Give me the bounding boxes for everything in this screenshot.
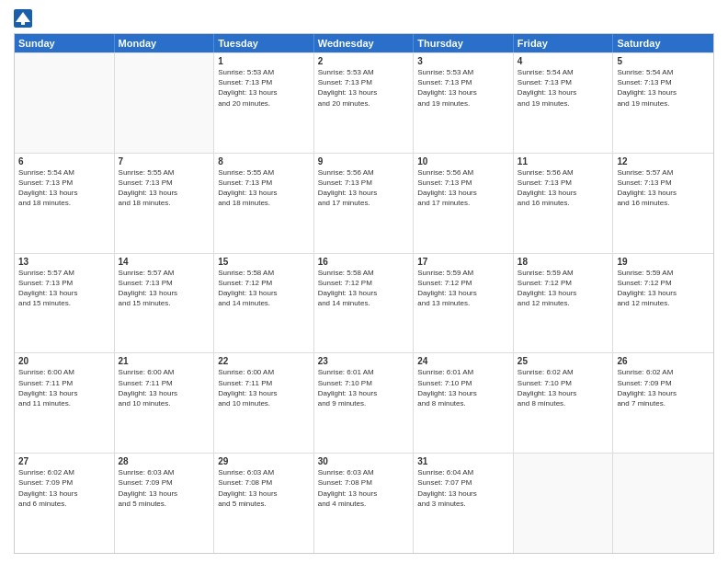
calendar-cell: 25Sunrise: 6:02 AM Sunset: 7:10 PM Dayli… [514,353,614,453]
day-info: Sunrise: 6:03 AM Sunset: 7:09 PM Dayligh… [119,467,210,509]
calendar-header: SundayMondayTuesdayWednesdayThursdayFrid… [15,34,713,52]
calendar-cell [514,454,614,553]
calendar-cell: 29Sunrise: 6:03 AM Sunset: 7:08 PM Dayli… [214,454,314,553]
day-info: Sunrise: 5:53 AM Sunset: 7:13 PM Dayligh… [318,67,410,109]
calendar-cell: 11Sunrise: 5:56 AM Sunset: 7:13 PM Dayli… [514,154,614,253]
day-number: 30 [318,456,410,466]
calendar-cell: 24Sunrise: 6:01 AM Sunset: 7:10 PM Dayli… [414,353,514,453]
day-number: 6 [18,156,110,167]
day-number: 25 [518,356,609,366]
day-info: Sunrise: 5:55 AM Sunset: 7:13 PM Dayligh… [119,167,210,209]
day-info: Sunrise: 5:56 AM Sunset: 7:13 PM Dayligh… [318,167,410,209]
day-number: 14 [119,257,210,267]
day-number: 21 [119,356,210,366]
svg-rect-2 [21,18,25,25]
calendar-row: 13Sunrise: 5:57 AM Sunset: 7:13 PM Dayli… [15,253,713,353]
day-info: Sunrise: 5:53 AM Sunset: 7:13 PM Dayligh… [417,67,509,109]
day-number: 4 [518,56,609,66]
calendar-cell [613,454,713,553]
calendar-cell: 4Sunrise: 5:54 AM Sunset: 7:13 PM Daylig… [514,53,614,153]
day-info: Sunrise: 5:58 AM Sunset: 7:12 PM Dayligh… [218,268,310,309]
weekday-header: Tuesday [214,34,314,52]
calendar-cell: 15Sunrise: 5:58 AM Sunset: 7:12 PM Dayli… [214,254,314,353]
calendar-cell: 8Sunrise: 5:55 AM Sunset: 7:13 PM Daylig… [214,154,314,253]
day-number: 12 [617,156,710,167]
calendar-row: 6Sunrise: 5:54 AM Sunset: 7:13 PM Daylig… [15,153,713,253]
day-info: Sunrise: 6:01 AM Sunset: 7:10 PM Dayligh… [318,367,410,408]
day-number: 24 [417,356,509,366]
calendar-cell [15,53,115,153]
calendar-cell: 30Sunrise: 6:03 AM Sunset: 7:08 PM Dayli… [314,454,415,553]
calendar-cell: 26Sunrise: 6:02 AM Sunset: 7:09 PM Dayli… [613,353,713,453]
day-number: 31 [417,456,509,466]
day-number: 3 [417,56,509,66]
day-info: Sunrise: 6:00 AM Sunset: 7:11 PM Dayligh… [218,367,310,408]
day-info: Sunrise: 6:02 AM Sunset: 7:09 PM Dayligh… [18,467,110,509]
day-info: Sunrise: 6:01 AM Sunset: 7:10 PM Dayligh… [417,367,509,408]
calendar-cell: 31Sunrise: 6:04 AM Sunset: 7:07 PM Dayli… [414,454,514,553]
logo [14,9,34,28]
day-number: 17 [417,257,509,267]
day-number: 29 [218,456,310,466]
calendar-page: SundayMondayTuesdayWednesdayThursdayFrid… [0,0,728,563]
calendar-cell: 23Sunrise: 6:01 AM Sunset: 7:10 PM Dayli… [314,353,415,453]
day-info: Sunrise: 6:03 AM Sunset: 7:08 PM Dayligh… [318,467,410,509]
calendar-cell: 12Sunrise: 5:57 AM Sunset: 7:13 PM Dayli… [613,154,713,253]
day-info: Sunrise: 5:55 AM Sunset: 7:13 PM Dayligh… [218,167,310,209]
calendar-cell: 27Sunrise: 6:02 AM Sunset: 7:09 PM Dayli… [15,454,115,553]
day-number: 9 [318,156,410,167]
day-info: Sunrise: 5:59 AM Sunset: 7:12 PM Dayligh… [417,268,509,309]
calendar-cell: 19Sunrise: 5:59 AM Sunset: 7:12 PM Dayli… [613,254,713,353]
calendar-cell: 1Sunrise: 5:53 AM Sunset: 7:13 PM Daylig… [214,53,314,153]
calendar-cell: 6Sunrise: 5:54 AM Sunset: 7:13 PM Daylig… [15,154,115,253]
weekday-header: Friday [514,34,614,52]
calendar-cell: 9Sunrise: 5:56 AM Sunset: 7:13 PM Daylig… [314,154,415,253]
calendar-cell: 13Sunrise: 5:57 AM Sunset: 7:13 PM Dayli… [15,254,115,353]
weekday-header: Sunday [15,34,115,52]
day-number: 20 [18,356,110,366]
day-number: 2 [318,56,410,66]
day-info: Sunrise: 6:02 AM Sunset: 7:10 PM Dayligh… [518,367,609,408]
calendar-row: 20Sunrise: 6:00 AM Sunset: 7:11 PM Dayli… [15,352,713,453]
day-info: Sunrise: 6:00 AM Sunset: 7:11 PM Dayligh… [18,367,110,408]
calendar-cell: 20Sunrise: 6:00 AM Sunset: 7:11 PM Dayli… [15,353,115,453]
calendar-cell: 14Sunrise: 5:57 AM Sunset: 7:13 PM Dayli… [115,254,215,353]
calendar-cell: 5Sunrise: 5:54 AM Sunset: 7:13 PM Daylig… [613,53,713,153]
day-info: Sunrise: 5:57 AM Sunset: 7:13 PM Dayligh… [18,268,110,309]
day-number: 22 [218,356,310,366]
day-info: Sunrise: 5:57 AM Sunset: 7:13 PM Dayligh… [617,167,710,209]
day-number: 8 [218,156,310,167]
day-info: Sunrise: 5:59 AM Sunset: 7:12 PM Dayligh… [518,268,609,309]
calendar-cell: 16Sunrise: 5:58 AM Sunset: 7:12 PM Dayli… [314,254,415,353]
day-info: Sunrise: 5:58 AM Sunset: 7:12 PM Dayligh… [318,268,410,309]
day-info: Sunrise: 5:57 AM Sunset: 7:13 PM Dayligh… [119,268,210,309]
calendar-row: 1Sunrise: 5:53 AM Sunset: 7:13 PM Daylig… [15,52,713,153]
day-number: 1 [218,56,310,66]
day-info: Sunrise: 5:54 AM Sunset: 7:13 PM Dayligh… [18,167,110,209]
day-info: Sunrise: 5:59 AM Sunset: 7:12 PM Dayligh… [617,268,710,309]
calendar-cell [115,53,215,153]
day-number: 28 [119,456,210,466]
page-header [14,9,714,28]
calendar-cell: 21Sunrise: 6:00 AM Sunset: 7:11 PM Dayli… [115,353,215,453]
calendar-row: 27Sunrise: 6:02 AM Sunset: 7:09 PM Dayli… [15,453,713,553]
day-info: Sunrise: 5:54 AM Sunset: 7:13 PM Dayligh… [518,67,609,109]
day-number: 13 [18,257,110,267]
day-info: Sunrise: 6:02 AM Sunset: 7:09 PM Dayligh… [617,367,710,408]
day-number: 23 [318,356,410,366]
calendar-cell: 28Sunrise: 6:03 AM Sunset: 7:09 PM Dayli… [115,454,215,553]
day-info: Sunrise: 5:56 AM Sunset: 7:13 PM Dayligh… [417,167,509,209]
logo-icon [14,9,32,28]
calendar-cell: 3Sunrise: 5:53 AM Sunset: 7:13 PM Daylig… [414,53,514,153]
calendar-cell: 2Sunrise: 5:53 AM Sunset: 7:13 PM Daylig… [314,53,415,153]
day-number: 11 [518,156,609,167]
weekday-header: Monday [115,34,215,52]
day-number: 19 [617,257,710,267]
calendar-cell: 17Sunrise: 5:59 AM Sunset: 7:12 PM Dayli… [414,254,514,353]
weekday-header: Thursday [414,34,514,52]
day-number: 18 [518,257,609,267]
weekday-header: Wednesday [314,34,415,52]
calendar: SundayMondayTuesdayWednesdayThursdayFrid… [14,33,714,554]
calendar-cell: 7Sunrise: 5:55 AM Sunset: 7:13 PM Daylig… [115,154,215,253]
day-number: 26 [617,356,710,366]
